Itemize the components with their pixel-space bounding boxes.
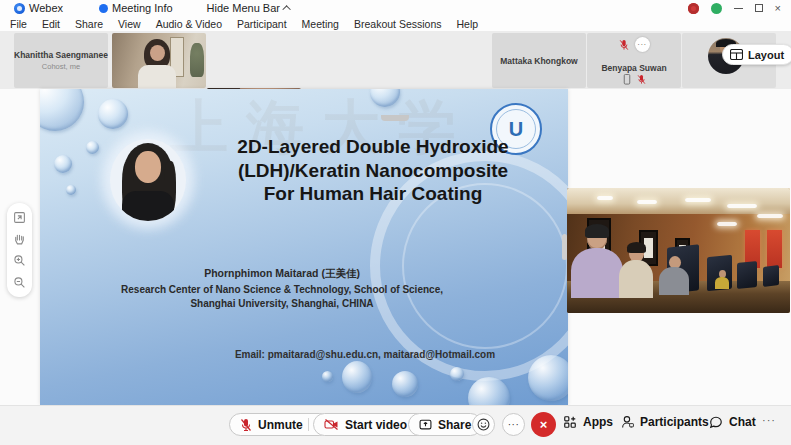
author-name: Phornphimon Maitarad (王美佳) xyxy=(72,267,492,281)
mic-muted-icon xyxy=(619,39,629,51)
camera-off-icon xyxy=(324,418,339,431)
ceiling-light-decor xyxy=(685,198,711,202)
hide-menu-bar-button[interactable]: Hide Menu Bar xyxy=(207,2,291,14)
water-drop-decor xyxy=(54,155,72,173)
webex-meeting-window: Webex Meeting Info Hide Menu Bar × File … xyxy=(0,0,791,445)
participant-tile-mattaka[interactable]: Mattaka Khongkow xyxy=(492,33,586,88)
participant-tile-benyapa[interactable]: ··· Benyapa Suwan xyxy=(587,33,681,88)
attendee-body-decor xyxy=(571,248,623,298)
menu-breakout-sessions[interactable]: Breakout Sessions xyxy=(354,18,442,30)
chat-label: Chat xyxy=(729,415,756,429)
menu-file[interactable]: File xyxy=(10,18,27,30)
bar-more-button[interactable]: ··· xyxy=(762,414,776,426)
participant-more-button[interactable]: ··· xyxy=(635,37,650,52)
meeting-control-bar: Unmute Start video Share ··· × Apps xyxy=(0,405,791,445)
phone-device-icon xyxy=(623,74,631,85)
more-options-glyph: ··· xyxy=(508,419,520,430)
water-drop-decor xyxy=(342,361,372,393)
recording-indicator-icon xyxy=(688,3,699,14)
participant-tile-video-1[interactable] xyxy=(112,33,206,88)
video-panel-handle[interactable] xyxy=(562,234,567,260)
participant-role: Cohost, me xyxy=(42,62,80,71)
participant-device-row xyxy=(587,74,681,85)
chat-bubble-icon xyxy=(709,416,723,429)
meeting-info-label: Meeting Info xyxy=(112,2,173,14)
layout-button[interactable]: Layout xyxy=(722,44,791,65)
ceiling-light-decor xyxy=(757,214,783,218)
fit-to-window-icon[interactable] xyxy=(13,211,26,224)
presenter-top-decor xyxy=(122,191,174,221)
room-ceiling-decor xyxy=(567,188,790,214)
slide-title-line2: (LDH)/Keratin Nanocomposite xyxy=(168,159,568,183)
menu-meeting[interactable]: Meeting xyxy=(302,18,339,30)
plant-decor xyxy=(190,43,204,77)
reactions-button[interactable] xyxy=(472,413,495,436)
menu-share[interactable]: Share xyxy=(75,18,103,30)
apps-grid-icon xyxy=(563,415,577,429)
share-label: Share xyxy=(438,418,471,432)
water-drop-decor xyxy=(392,371,418,397)
ceiling-light-decor xyxy=(637,200,657,204)
participants-label: Participants xyxy=(640,415,709,429)
menu-help[interactable]: Help xyxy=(457,18,479,30)
menu-view[interactable]: View xyxy=(118,18,141,30)
filmstrip-collapse-handle[interactable] xyxy=(381,115,409,121)
mic-muted-icon xyxy=(637,74,646,85)
menu-participant[interactable]: Participant xyxy=(237,18,287,30)
unmute-label: Unmute xyxy=(258,418,303,432)
slide-title-line3: For Human Hair Coating xyxy=(168,182,568,206)
author-affiliation-line2: Shanghai University, Shanghai, CHINA xyxy=(72,298,492,309)
attendee-body-decor xyxy=(619,260,653,298)
apps-button[interactable]: Apps xyxy=(563,415,613,429)
slide-email: Email: pmaitarad@shu.edu.cn, maitarad@Ho… xyxy=(205,349,525,360)
person-face-decor xyxy=(150,45,165,61)
water-drop-decor xyxy=(450,367,464,381)
red-banner-decor xyxy=(767,230,782,268)
pan-hand-icon[interactable] xyxy=(13,233,26,246)
chevron-up-icon xyxy=(282,5,290,13)
title-bar: Webex Meeting Info Hide Menu Bar × xyxy=(0,0,791,16)
share-screen-icon xyxy=(419,418,432,431)
more-options-button[interactable]: ··· xyxy=(502,413,525,436)
smiley-icon xyxy=(477,418,490,431)
layout-button-label: Layout xyxy=(748,49,784,61)
hide-menu-label: Hide Menu Bar xyxy=(207,2,280,14)
participant-status-row: ··· xyxy=(587,37,681,52)
maximize-button[interactable] xyxy=(755,4,763,12)
start-video-label: Start video xyxy=(345,418,407,432)
slide-title: 2D-Layered Double Hydroxide (LDH)/Kerati… xyxy=(168,135,568,206)
connection-indicator-icon xyxy=(711,3,722,14)
meeting-info-button[interactable]: Meeting Info xyxy=(63,2,173,14)
meeting-info-icon xyxy=(99,4,108,13)
webex-app-label: Webex xyxy=(0,2,63,14)
minimize-button[interactable] xyxy=(734,8,743,9)
chat-button[interactable]: Chat xyxy=(709,415,756,429)
window-controls: × xyxy=(688,0,791,16)
participant-name: Mattaka Khongkow xyxy=(500,56,577,66)
water-drop-decor xyxy=(528,355,568,401)
menu-edit[interactable]: Edit xyxy=(42,18,60,30)
meeting-room-video[interactable] xyxy=(567,188,790,313)
ceiling-light-decor xyxy=(727,204,757,208)
participant-tile-khanittha[interactable]: Khanittha Saengmanee Cohost, me xyxy=(14,33,108,88)
zoom-in-icon[interactable] xyxy=(13,254,26,267)
presenter-face-decor xyxy=(135,151,161,183)
attendee-hair-decor xyxy=(585,224,609,238)
person-shirt-decor xyxy=(138,65,176,88)
ceiling-light-decor xyxy=(717,222,737,226)
shared-content-area: 上海大学 U xyxy=(0,89,791,405)
participant-filmstrip: Khanittha Saengmanee Cohost, me xyxy=(0,31,791,89)
water-drop-decor xyxy=(40,89,84,131)
menu-audio-video[interactable]: Audio & Video xyxy=(156,18,222,30)
water-drop-decor xyxy=(468,377,510,405)
attendee-body-decor xyxy=(715,277,729,289)
water-drop-decor xyxy=(66,185,76,195)
monitor-decor xyxy=(763,265,779,287)
leave-meeting-button[interactable]: × xyxy=(531,412,556,437)
close-button[interactable]: × xyxy=(775,3,781,14)
participants-icon xyxy=(621,415,634,429)
slide-title-line1: 2D-Layered Double Hydroxide xyxy=(168,135,568,159)
button-divider xyxy=(308,418,309,431)
zoom-out-icon[interactable] xyxy=(13,276,26,289)
participants-button[interactable]: Participants xyxy=(621,415,709,429)
